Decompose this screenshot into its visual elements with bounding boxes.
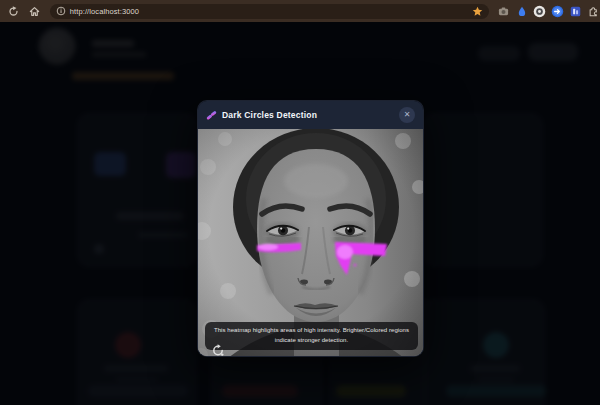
heatmap-caption: This heatmap highlights areas of high in… — [205, 322, 418, 350]
bookmark-star-icon[interactable] — [472, 6, 483, 17]
rotate-icon — [211, 344, 225, 357]
close-button[interactable]: ✕ — [399, 107, 415, 123]
square-extension-icon[interactable] — [569, 5, 582, 18]
reload-button[interactable] — [6, 3, 21, 19]
modal-title: Dark Circles Detection — [222, 110, 399, 120]
modal-body: This heatmap highlights areas of high in… — [198, 129, 424, 357]
address-bar[interactable]: http://localhost:3000 — [50, 4, 489, 19]
camera-extension-icon[interactable] — [497, 5, 510, 18]
home-icon — [29, 6, 40, 17]
url-text[interactable]: http://localhost:3000 — [70, 7, 472, 16]
rotate-button[interactable] — [210, 344, 225, 357]
ring-extension-icon[interactable] — [533, 5, 546, 18]
home-button[interactable] — [27, 3, 42, 19]
arrow-extension-icon[interactable] — [551, 5, 564, 18]
drop-extension-icon[interactable] — [515, 5, 528, 18]
browser-toolbar: http://localhost:3000 — [0, 0, 600, 22]
dark-circles-modal: Dark Circles Detection ✕ — [197, 100, 424, 357]
reload-icon — [8, 6, 19, 17]
browser-window: http://localhost:3000 — [0, 0, 600, 405]
extension-icons — [497, 5, 600, 18]
puzzle-extensions-icon[interactable] — [587, 5, 600, 18]
site-info-icon — [56, 6, 66, 16]
modal-header: Dark Circles Detection ✕ — [198, 101, 423, 129]
sparkle-link-icon — [206, 110, 217, 121]
